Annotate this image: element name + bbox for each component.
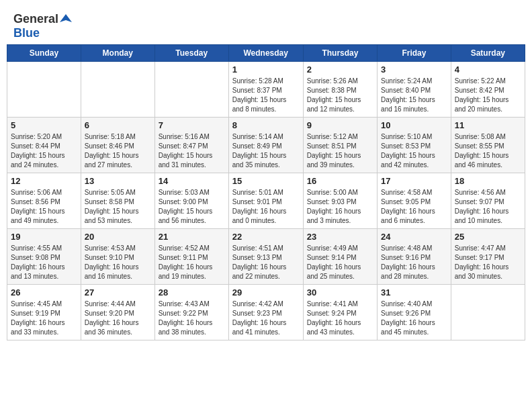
day-sun-info: Sunrise: 5:24 AMSunset: 8:40 PMDaylight:… — [381, 77, 447, 114]
calendar-week-row: 12Sunrise: 5:06 AMSunset: 8:56 PMDayligh… — [7, 173, 525, 229]
day-sun-info: Sunrise: 5:28 AMSunset: 8:37 PMDaylight:… — [232, 77, 300, 114]
day-sun-info: Sunrise: 5:06 AMSunset: 8:56 PMDaylight:… — [11, 188, 77, 226]
day-number: 16 — [307, 176, 373, 186]
page-header: General Blue — [7, 7, 525, 44]
calendar-cell: 12Sunrise: 5:06 AMSunset: 8:56 PMDayligh… — [7, 173, 81, 229]
day-sun-info: Sunrise: 4:51 AMSunset: 9:13 PMDaylight:… — [232, 244, 300, 281]
day-number: 26 — [11, 287, 77, 298]
calendar-cell: 22Sunrise: 4:51 AMSunset: 9:13 PMDayligh… — [228, 229, 303, 285]
day-sun-info: Sunrise: 4:42 AMSunset: 9:23 PMDaylight:… — [232, 300, 300, 337]
day-sun-info: Sunrise: 4:41 AMSunset: 9:24 PMDaylight:… — [307, 300, 373, 337]
calendar-cell: 24Sunrise: 4:48 AMSunset: 9:16 PMDayligh… — [378, 229, 451, 285]
logo-blue-text: Blue — [13, 26, 40, 40]
logo: General Blue — [13, 12, 72, 40]
day-sun-info: Sunrise: 4:43 AMSunset: 9:22 PMDaylight:… — [159, 300, 225, 337]
day-number: 11 — [455, 120, 521, 130]
day-of-week-header: Monday — [81, 45, 154, 62]
day-number: 15 — [232, 176, 300, 186]
calendar-cell — [154, 62, 228, 118]
calendar-cell: 1Sunrise: 5:28 AMSunset: 8:37 PMDaylight… — [228, 62, 303, 118]
day-number: 17 — [381, 176, 447, 186]
day-number: 6 — [85, 120, 151, 130]
day-number: 31 — [381, 287, 447, 298]
day-of-week-header: Wednesday — [228, 45, 303, 62]
day-number: 28 — [159, 287, 225, 298]
day-number: 19 — [11, 232, 77, 242]
calendar-cell: 14Sunrise: 5:03 AMSunset: 9:00 PMDayligh… — [154, 173, 228, 229]
day-number: 2 — [307, 64, 373, 75]
day-sun-info: Sunrise: 5:01 AMSunset: 9:01 PMDaylight:… — [232, 188, 300, 226]
calendar-cell — [7, 62, 81, 118]
calendar-cell: 29Sunrise: 4:42 AMSunset: 9:23 PMDayligh… — [228, 285, 303, 340]
day-number: 5 — [11, 120, 77, 130]
calendar-cell: 31Sunrise: 4:40 AMSunset: 9:26 PMDayligh… — [378, 285, 451, 340]
day-number: 1 — [232, 64, 300, 75]
day-of-week-header: Saturday — [451, 45, 525, 62]
day-sun-info: Sunrise: 5:18 AMSunset: 8:46 PMDaylight:… — [85, 132, 151, 170]
calendar-table: SundayMondayTuesdayWednesdayThursdayFrid… — [7, 44, 525, 340]
day-sun-info: Sunrise: 5:12 AMSunset: 8:51 PMDaylight:… — [307, 132, 373, 170]
day-sun-info: Sunrise: 5:22 AMSunset: 8:42 PMDaylight:… — [455, 77, 521, 114]
calendar-cell: 8Sunrise: 5:14 AMSunset: 8:49 PMDaylight… — [228, 118, 303, 173]
calendar-week-row: 19Sunrise: 4:55 AMSunset: 9:08 PMDayligh… — [7, 229, 525, 285]
calendar-cell: 11Sunrise: 5:08 AMSunset: 8:55 PMDayligh… — [451, 118, 525, 173]
day-sun-info: Sunrise: 5:05 AMSunset: 8:58 PMDaylight:… — [85, 188, 151, 226]
logo-general-text: General — [13, 12, 58, 26]
day-number: 25 — [455, 232, 521, 242]
calendar-cell: 6Sunrise: 5:18 AMSunset: 8:46 PMDaylight… — [81, 118, 154, 173]
day-sun-info: Sunrise: 4:52 AMSunset: 9:11 PMDaylight:… — [159, 244, 225, 281]
day-number: 24 — [381, 232, 447, 242]
calendar-cell: 26Sunrise: 4:45 AMSunset: 9:19 PMDayligh… — [7, 285, 81, 340]
day-sun-info: Sunrise: 4:56 AMSunset: 9:07 PMDaylight:… — [455, 188, 521, 226]
calendar-cell: 27Sunrise: 4:44 AMSunset: 9:20 PMDayligh… — [81, 285, 154, 340]
calendar-cell: 4Sunrise: 5:22 AMSunset: 8:42 PMDaylight… — [451, 62, 525, 118]
day-sun-info: Sunrise: 4:45 AMSunset: 9:19 PMDaylight:… — [11, 300, 77, 337]
calendar-cell: 20Sunrise: 4:53 AMSunset: 9:10 PMDayligh… — [81, 229, 154, 285]
day-number: 8 — [232, 120, 300, 130]
calendar-cell: 10Sunrise: 5:10 AMSunset: 8:53 PMDayligh… — [378, 118, 451, 173]
calendar-cell: 19Sunrise: 4:55 AMSunset: 9:08 PMDayligh… — [7, 229, 81, 285]
day-sun-info: Sunrise: 5:20 AMSunset: 8:44 PMDaylight:… — [11, 132, 77, 170]
calendar-cell: 5Sunrise: 5:20 AMSunset: 8:44 PMDaylight… — [7, 118, 81, 173]
calendar-cell: 9Sunrise: 5:12 AMSunset: 8:51 PMDaylight… — [303, 118, 377, 173]
logo-bird-icon — [60, 13, 72, 25]
day-sun-info: Sunrise: 5:08 AMSunset: 8:55 PMDaylight:… — [455, 132, 521, 170]
calendar-cell: 25Sunrise: 4:47 AMSunset: 9:17 PMDayligh… — [451, 229, 525, 285]
calendar-week-row: 5Sunrise: 5:20 AMSunset: 8:44 PMDaylight… — [7, 118, 525, 173]
day-sun-info: Sunrise: 4:58 AMSunset: 9:05 PMDaylight:… — [381, 188, 447, 226]
calendar-cell: 7Sunrise: 5:16 AMSunset: 8:47 PMDaylight… — [154, 118, 228, 173]
day-sun-info: Sunrise: 4:47 AMSunset: 9:17 PMDaylight:… — [455, 244, 521, 281]
day-sun-info: Sunrise: 5:10 AMSunset: 8:53 PMDaylight:… — [381, 132, 447, 170]
day-number: 29 — [232, 287, 300, 298]
day-of-week-header: Thursday — [303, 45, 377, 62]
calendar-cell: 18Sunrise: 4:56 AMSunset: 9:07 PMDayligh… — [451, 173, 525, 229]
day-sun-info: Sunrise: 4:49 AMSunset: 9:14 PMDaylight:… — [307, 244, 373, 281]
calendar-cell — [451, 285, 525, 340]
day-sun-info: Sunrise: 4:48 AMSunset: 9:16 PMDaylight:… — [381, 244, 447, 281]
calendar-cell — [81, 62, 154, 118]
calendar-cell: 16Sunrise: 5:00 AMSunset: 9:03 PMDayligh… — [303, 173, 377, 229]
day-sun-info: Sunrise: 5:14 AMSunset: 8:49 PMDaylight:… — [232, 132, 300, 170]
day-number: 9 — [307, 120, 373, 130]
day-number: 4 — [455, 64, 521, 75]
day-number: 27 — [85, 287, 151, 298]
calendar-cell: 3Sunrise: 5:24 AMSunset: 8:40 PMDaylight… — [378, 62, 451, 118]
day-sun-info: Sunrise: 5:16 AMSunset: 8:47 PMDaylight:… — [159, 132, 225, 170]
day-number: 22 — [232, 232, 300, 242]
calendar-cell: 23Sunrise: 4:49 AMSunset: 9:14 PMDayligh… — [303, 229, 377, 285]
calendar-week-row: 1Sunrise: 5:28 AMSunset: 8:37 PMDaylight… — [7, 62, 525, 118]
day-number: 3 — [381, 64, 447, 75]
day-number: 13 — [85, 176, 151, 186]
day-number: 30 — [307, 287, 373, 298]
day-of-week-header: Sunday — [7, 45, 81, 62]
day-of-week-header: Tuesday — [154, 45, 228, 62]
day-sun-info: Sunrise: 5:26 AMSunset: 8:38 PMDaylight:… — [307, 77, 373, 114]
svg-marker-0 — [60, 14, 72, 22]
day-number: 10 — [381, 120, 447, 130]
day-number: 12 — [11, 176, 77, 186]
day-number: 21 — [159, 232, 225, 242]
day-number: 23 — [307, 232, 373, 242]
day-sun-info: Sunrise: 4:55 AMSunset: 9:08 PMDaylight:… — [11, 244, 77, 281]
calendar-cell: 21Sunrise: 4:52 AMSunset: 9:11 PMDayligh… — [154, 229, 228, 285]
day-sun-info: Sunrise: 5:00 AMSunset: 9:03 PMDaylight:… — [307, 188, 373, 226]
